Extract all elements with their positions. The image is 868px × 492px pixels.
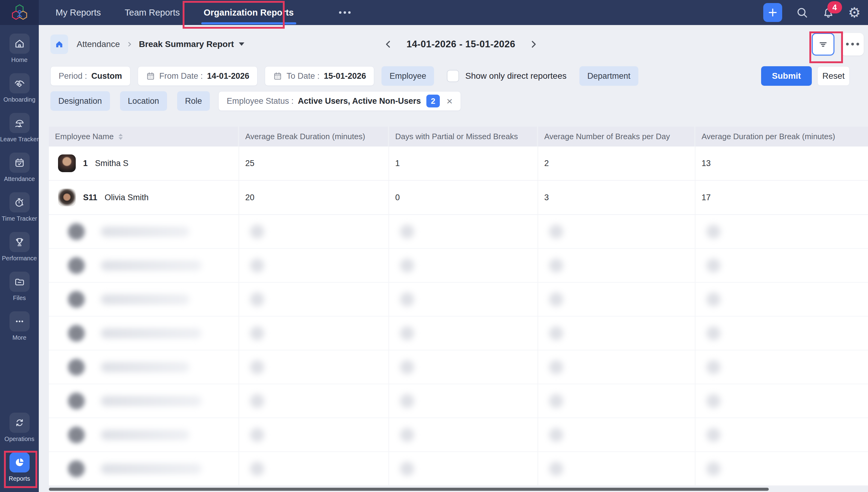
report-dropdown-caret-icon[interactable] <box>239 43 244 46</box>
sidebar-item-leave-tracker[interactable]: Leave Tracker <box>0 113 39 143</box>
department-filter[interactable]: Department <box>579 66 638 86</box>
cell-avg-duration-per-break: 13 <box>696 147 868 180</box>
add-button[interactable] <box>763 3 782 22</box>
cell-days-partial-missed: 0 <box>389 181 538 214</box>
direct-reportees-label: Show only direct reportees <box>465 71 567 81</box>
more-dots-icon <box>14 316 25 327</box>
blurred-value <box>400 259 414 273</box>
blurred-value <box>250 225 264 239</box>
sidebar-item-reports[interactable]: Reports <box>0 452 39 482</box>
tabs-overflow-icon[interactable] <box>339 11 351 14</box>
sidebar-item-more[interactable]: More <box>0 311 39 341</box>
role-filter[interactable]: Role <box>177 91 210 111</box>
sidebar-item-home[interactable]: Home <box>0 33 39 64</box>
period-value: Custom <box>91 71 122 81</box>
employee-name[interactable]: Olivia Smith <box>105 193 149 202</box>
tab-organization-reports[interactable]: Organization Reports <box>204 0 294 25</box>
direct-reportees-toggle[interactable]: Show only direct reportees <box>447 70 567 82</box>
cell-avg-duration-per-break: 17 <box>696 181 868 214</box>
report-table: Employee Name Average Break Duration (mi… <box>49 127 868 486</box>
direct-reportees-checkbox[interactable] <box>447 70 459 82</box>
blurred-value <box>400 428 414 442</box>
blurred-name <box>101 260 202 271</box>
table-row-blurred <box>49 452 868 486</box>
ellipsis-icon <box>846 43 859 46</box>
blurred-value <box>706 292 721 306</box>
employee-filter[interactable]: Employee <box>381 66 434 86</box>
column-header-avg-break-duration: Average Break Duration (minutes) <box>239 127 389 147</box>
employee-status-label: Employee Status : <box>227 96 294 106</box>
blurred-value <box>250 394 264 408</box>
blurred-value <box>706 360 721 374</box>
breadcrumb-page-title[interactable]: Break Summary Report <box>139 40 234 49</box>
breadcrumb-home-button[interactable] <box>50 34 68 54</box>
sort-icon[interactable] <box>118 134 123 140</box>
employee-status-filter[interactable]: Employee Status : Active Users, Active N… <box>218 91 461 111</box>
table-row-blurred <box>49 384 868 418</box>
blurred-value <box>549 394 563 408</box>
more-options-button[interactable] <box>841 33 864 55</box>
column-label: Employee Name <box>55 132 114 141</box>
app-logo[interactable] <box>0 0 39 25</box>
table-row-blurred <box>49 317 868 350</box>
sidebar-item-files[interactable]: Files <box>0 272 39 301</box>
employee-avatar <box>58 189 76 206</box>
employee-name[interactable]: Smitha S <box>95 159 128 168</box>
sidebar-item-label: Leave Tracker <box>0 136 39 143</box>
blurred-value <box>706 259 721 273</box>
blurred-value <box>549 360 563 374</box>
tab-my-reports[interactable]: My Reports <box>55 0 101 25</box>
sidebar-item-label: Reports <box>8 475 30 482</box>
sidebar-item-label: Attendance <box>4 175 35 182</box>
reset-button[interactable]: Reset <box>817 66 850 86</box>
previous-period-button[interactable] <box>383 40 393 49</box>
clear-employee-status-icon[interactable]: × <box>447 96 453 106</box>
table-row[interactable]: S11 Olivia Smith 20 0 3 17 <box>49 181 868 215</box>
date-navigator: 14-01-2026 - 15-01-2026 <box>383 25 538 63</box>
submit-button[interactable]: Submit <box>761 66 812 86</box>
breadcrumb-chevron-icon <box>126 41 133 48</box>
tab-team-reports[interactable]: Team Reports <box>125 0 180 25</box>
cell-avg-breaks-per-day: 2 <box>538 147 696 180</box>
notifications-button[interactable]: 4 <box>822 6 835 19</box>
blurred-value <box>400 326 414 340</box>
designation-filter[interactable]: Designation <box>50 91 110 111</box>
filter-button[interactable] <box>812 33 835 55</box>
table-row[interactable]: 1 Smitha S 25 1 2 13 <box>49 147 868 181</box>
trophy-icon <box>14 237 25 248</box>
folder-icon <box>14 276 25 287</box>
column-header-employee-name[interactable]: Employee Name <box>49 127 239 147</box>
employee-status-value: Active Users, Active Non-Users <box>298 96 421 106</box>
from-date-filter[interactable]: From Date : 14-01-2026 <box>138 66 258 86</box>
horizontal-scrollbar[interactable] <box>49 488 769 491</box>
period-filter[interactable]: Period : Custom <box>50 66 131 86</box>
employee-avatar <box>58 154 76 172</box>
settings-button[interactable]: ⚙ <box>848 5 861 20</box>
location-filter[interactable]: Location <box>120 91 167 111</box>
sidebar-item-attendance[interactable]: Attendance <box>0 153 39 182</box>
calendar-icon <box>273 71 282 80</box>
search-button[interactable] <box>796 6 808 19</box>
calendar-icon <box>146 71 155 80</box>
handshake-icon <box>14 78 25 89</box>
tab-label: Organization Reports <box>204 8 294 18</box>
blurred-name <box>101 430 189 440</box>
breadcrumb-section[interactable]: Attendance <box>77 40 120 49</box>
sidebar-item-onboarding[interactable]: Onboarding <box>0 73 39 103</box>
sidebar-item-label: Files <box>13 295 26 301</box>
period-label: Period : <box>58 71 87 81</box>
blurred-name <box>101 328 202 339</box>
employee-id: S11 <box>83 193 97 202</box>
sidebar-item-performance[interactable]: Performance <box>0 232 39 262</box>
cell-avg-break-duration: 20 <box>239 181 389 214</box>
filter-lines-icon <box>818 39 828 49</box>
sidebar-item-time-tracker[interactable]: Time Tracker <box>0 192 39 222</box>
sidebar-item-label: Performance <box>2 255 37 262</box>
next-period-button[interactable] <box>529 40 538 49</box>
zoho-people-logo-icon <box>10 3 29 22</box>
to-date-filter[interactable]: To Date : 15-01-2026 <box>265 66 374 86</box>
sidebar-item-operations[interactable]: Operations <box>0 413 39 443</box>
home-icon <box>55 40 64 49</box>
table-row-blurred <box>49 418 868 452</box>
column-header-avg-breaks-per-day: Average Number of Breaks per Day <box>538 127 696 147</box>
